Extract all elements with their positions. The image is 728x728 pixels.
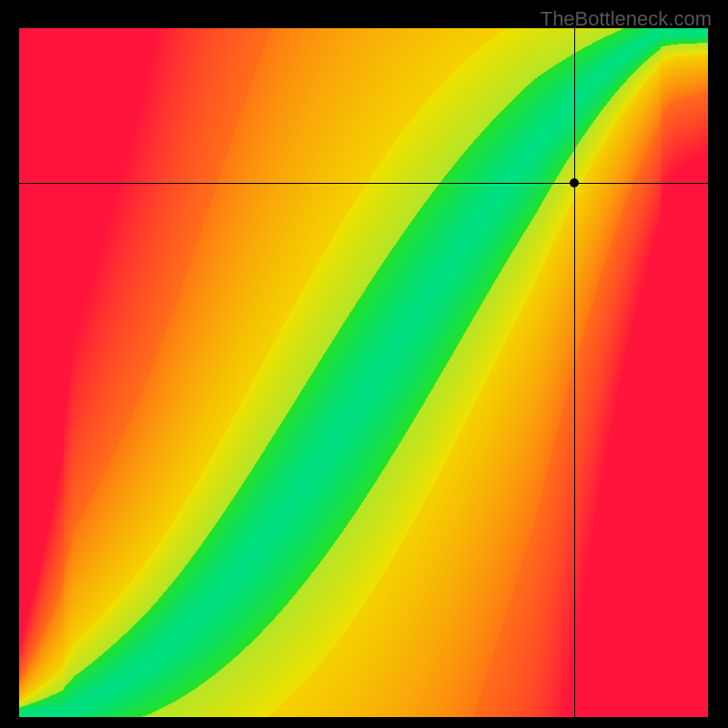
- marker-point: [570, 178, 579, 187]
- crosshair-vertical: [574, 28, 575, 717]
- chart-container: TheBottleneck.com: [0, 0, 728, 728]
- heatmap-canvas: [19, 28, 708, 717]
- heatmap-plot: [19, 28, 708, 717]
- crosshair-horizontal: [19, 183, 708, 184]
- watermark-text: TheBottleneck.com: [541, 7, 712, 31]
